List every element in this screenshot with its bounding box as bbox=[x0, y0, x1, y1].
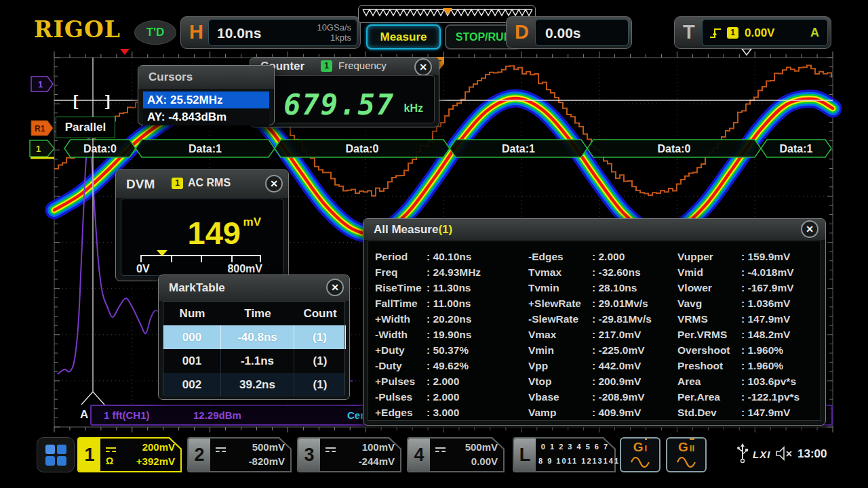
channel-3-number: 3 bbox=[298, 439, 320, 471]
counter-unit: kHz bbox=[404, 102, 423, 115]
bus-segment-label: Data:0 bbox=[658, 143, 691, 155]
delay-panel[interactable]: D 0.00s bbox=[506, 16, 632, 49]
measure-item: +Width: 20.20ns bbox=[375, 313, 481, 329]
measure-button[interactable]: Measure bbox=[366, 24, 441, 49]
channel-4-button[interactable]: 4 500mV 0.00V bbox=[407, 437, 505, 472]
channel-4-number: 4 bbox=[408, 439, 430, 471]
table-row[interactable]: 000 -40.8ns (1) bbox=[163, 325, 344, 349]
counter-channel-badge: 1 bbox=[321, 60, 332, 72]
delay-value: 0.00s bbox=[545, 25, 581, 41]
channel-2-offset: -820mV bbox=[249, 455, 285, 467]
measure-item: Per.Area: -122.1pv*s bbox=[677, 391, 800, 407]
measure-item: -SlewRate: -29.81Mv/s bbox=[528, 313, 652, 329]
measure-column-2: -Edges: 2.000Tvmax: -32.60nsTvmin: 28.10… bbox=[528, 251, 652, 422]
measure-item: Std.Dev: 147.9mV bbox=[677, 407, 800, 422]
cursor-bracket-left: [ bbox=[73, 92, 79, 109]
measure-item: Period: 40.10ns bbox=[375, 251, 481, 266]
usb-icon bbox=[736, 443, 749, 464]
timebase-value: 10.0ns bbox=[217, 25, 261, 41]
generator-2-button[interactable]: GII bbox=[666, 437, 707, 472]
close-icon[interactable]: ✕ bbox=[801, 220, 818, 238]
measure-item: -Duty: 49.62% bbox=[375, 360, 481, 375]
close-icon[interactable]: ✕ bbox=[265, 175, 283, 192]
channel-3-offset: -244mV bbox=[359, 455, 395, 467]
sine-icon bbox=[676, 457, 696, 468]
bus-segment-label: Data:1 bbox=[189, 143, 222, 155]
trigger-level-value: 0.00V bbox=[745, 26, 774, 40]
dc-coupling-icon bbox=[106, 444, 116, 455]
measure-item: FallTime: 11.00ns bbox=[375, 298, 481, 313]
measure-item: Vavg: 1.036mV bbox=[677, 298, 800, 313]
all-measure-panel: All Measure(1) ✕ Period: 40.10nsFreq: 24… bbox=[363, 218, 826, 426]
channel-3-scale: 100mV bbox=[362, 441, 395, 453]
trigger-label: T bbox=[683, 21, 695, 43]
generator-1-button[interactable]: GI bbox=[620, 437, 660, 472]
hollow-marker-icon bbox=[742, 49, 751, 55]
measure-item: -Edges: 2.000 bbox=[528, 251, 652, 266]
speaker-muted-icon[interactable] bbox=[776, 446, 793, 461]
measure-item: RiseTime: 11.30ns bbox=[375, 282, 481, 298]
dvm-mode: AC RMS bbox=[188, 177, 231, 189]
sweep-mode: A bbox=[810, 26, 819, 40]
measure-item: -Width: 19.90ns bbox=[375, 329, 481, 344]
close-icon[interactable]: ✕ bbox=[414, 58, 432, 76]
oscilloscope-screen: Data:0Data:1Data:0Data:1Data:0Data:11R11… bbox=[0, 0, 868, 488]
reference-channel-badge: R1 bbox=[35, 124, 45, 134]
measure-item: Overshoot: 1.960% bbox=[677, 344, 800, 360]
measure-item: Vpp: 442.0mV bbox=[528, 360, 652, 375]
table-row[interactable]: 001 -1.1ns (1) bbox=[163, 349, 344, 373]
measure-item: VRMS: 147.9mV bbox=[677, 313, 800, 329]
measure-item: +Duty: 50.37% bbox=[375, 344, 481, 360]
marktable-header-row: Num Time Count bbox=[163, 302, 344, 325]
counter-value: 679.57 bbox=[283, 88, 395, 121]
parallel-bus-label: Parallel bbox=[56, 117, 115, 138]
rising-edge-icon bbox=[709, 26, 723, 40]
bus-channel-badge: 1 bbox=[36, 144, 41, 154]
measure-item: Vbase: -208.9mV bbox=[528, 391, 652, 407]
horizontal-panel[interactable]: H 10.0ns 10GSa/s 1kpts bbox=[180, 16, 361, 49]
red-marker-icon bbox=[120, 49, 130, 55]
dvm-unit: mV bbox=[243, 216, 261, 229]
dvm-panel: DVM 1 AC RMS ✕ 149 mV 0V 800mV bbox=[115, 169, 289, 281]
channel-2-button[interactable]: 2 500mV -820mV bbox=[187, 437, 292, 472]
all-measure-title: All Measure bbox=[374, 223, 438, 236]
menu-button[interactable] bbox=[37, 437, 75, 472]
cursor-bracket-right: ] bbox=[105, 92, 110, 109]
dvm-title: DVM bbox=[126, 177, 155, 192]
channel-1-button[interactable]: 1 Ω 200mV +392mV bbox=[77, 437, 182, 472]
fft-source: 1 fft(CH1) bbox=[104, 409, 150, 421]
logic-channels-button[interactable]: L 0 1 2 3 4 5 6 7 8 9 1011 12131415 bbox=[513, 437, 616, 472]
rigol-logo: RIGOL bbox=[34, 16, 121, 43]
measure-item: Tvmax: -32.60ns bbox=[528, 266, 652, 282]
table-row[interactable]: 002 39.2ns (1) bbox=[163, 373, 344, 396]
dc-coupling-icon bbox=[435, 444, 446, 455]
fft-value: 12.29dBm bbox=[193, 409, 241, 421]
dc-coupling-icon bbox=[326, 444, 336, 455]
cursor-ax-value[interactable]: AX: 25.52MHz bbox=[143, 92, 269, 108]
bottom-bar: 1 Ω 200mV +392mV 2 500mV -820mV 3 100mV … bbox=[0, 432, 868, 488]
logic-channel-list: 0 1 2 3 4 5 6 7 8 9 1011 12131415 bbox=[538, 440, 612, 468]
all-measure-count: (1) bbox=[438, 223, 452, 236]
dvm-marker-icon bbox=[157, 250, 167, 256]
trigger-source-badge: 1 bbox=[727, 27, 738, 39]
trigger-panel[interactable]: T 1 0.00V A bbox=[674, 16, 831, 49]
measure-item: Vamp: 409.9mV bbox=[528, 407, 652, 422]
logic-label: L bbox=[514, 439, 536, 471]
measure-item: Vtop: 200.9mV bbox=[528, 375, 652, 391]
bus-segment-label: Data:1 bbox=[502, 143, 535, 155]
measure-item: +Edges: 3.000 bbox=[375, 407, 481, 422]
fft-cursor-a-label: A bbox=[80, 408, 88, 422]
impedance-label: Ω bbox=[106, 455, 113, 466]
measure-column-3: Vupper: 159.9mVVmid: -4.018mVVlower: -16… bbox=[677, 251, 800, 422]
cursor-ay-value[interactable]: AY: -4.843dBm bbox=[143, 108, 269, 125]
close-icon[interactable]: ✕ bbox=[326, 279, 344, 296]
trigger-status-badge: T'D bbox=[134, 20, 176, 45]
channel-3-button[interactable]: 3 100mV -244mV bbox=[297, 437, 401, 472]
measure-item: Per.VRMS: 148.2mV bbox=[677, 329, 800, 344]
delay-label: D bbox=[515, 21, 529, 43]
measure-item: Area: 103.6pv*s bbox=[677, 375, 800, 391]
cursors-panel: Cursors AX: 25.52MHz AY: -4.843dBm bbox=[138, 65, 275, 125]
dvm-value: 149 bbox=[188, 214, 241, 251]
bus-segment-label: Data:1 bbox=[780, 143, 813, 155]
channel-1-number: 1 bbox=[79, 439, 100, 471]
